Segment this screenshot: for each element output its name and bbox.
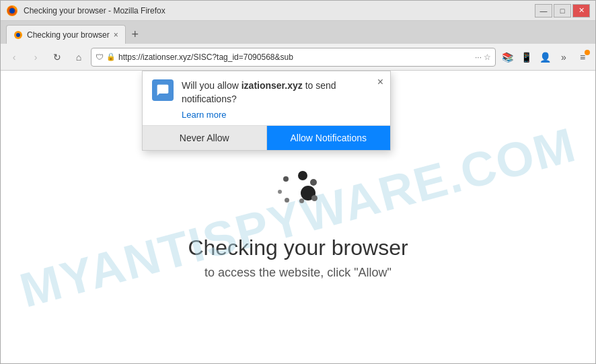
forward-button[interactable]: › [26, 48, 45, 67]
minimize-button[interactable]: — [535, 4, 552, 17]
reload-icon: ↻ [53, 52, 61, 63]
lock-icon: 🔒 [106, 52, 116, 61]
popup-question-prefix: Will you allow [182, 80, 241, 91]
page-subtext: to access the website, click "Allow" [204, 266, 392, 280]
title-bar-text: Checking your browser - Mozilla Firefox [24, 6, 165, 15]
svg-point-3 [16, 33, 20, 37]
nav-bar: ‹ › ↻ ⌂ 🛡 🔒 https://izationser.xyz/SISC?… [1, 44, 595, 71]
tab-close-button[interactable]: × [114, 30, 118, 40]
browser-content: Will you allow izationser.xyz to send no… [1, 71, 595, 363]
tab-favicon-icon [13, 30, 23, 40]
back-icon: ‹ [13, 52, 16, 63]
address-bar[interactable]: 🛡 🔒 https://izationser.xyz/SISC?tag_id=7… [91, 48, 496, 67]
url-text: https://izationser.xyz/SISC?tag_id=70905… [118, 52, 472, 62]
popup-text-area: Will you allow izationser.xyz to send no… [182, 79, 381, 120]
library-button[interactable]: 📚 [498, 48, 516, 66]
synced-tabs-button[interactable]: 📱 [517, 48, 535, 66]
new-tab-button[interactable]: + [126, 25, 145, 44]
spinner-dot-2 [298, 171, 307, 180]
spinner-dot-6 [285, 198, 289, 203]
popup-header: Will you allow izationser.xyz to send no… [143, 71, 390, 125]
popup-close-button[interactable]: × [377, 77, 383, 87]
spinner-dot-7 [299, 198, 304, 203]
more-options-icon[interactable]: ··· [475, 52, 482, 62]
library-icon: 📚 [502, 52, 513, 63]
chat-icon [152, 79, 174, 101]
firefox-icon [6, 5, 18, 17]
popup-actions: Never Allow Allow Notifications [143, 125, 390, 150]
active-tab[interactable]: Checking your browser × [6, 25, 126, 44]
reload-button[interactable]: ↻ [48, 48, 67, 67]
tab-bar: Checking your browser × + [1, 21, 595, 44]
learn-more-link[interactable]: Learn more [182, 110, 381, 120]
spinner-dot-1 [283, 176, 289, 182]
close-button[interactable]: ✕ [572, 4, 590, 17]
popup-site-name: izationser.xyz [241, 80, 303, 91]
toolbar-right: 📚 📱 👤 » ≡ [498, 48, 591, 66]
spinner-dot-4 [278, 190, 282, 194]
account-icon: 👤 [539, 52, 551, 63]
maximize-button[interactable]: □ [554, 4, 571, 17]
extensions-icon: » [561, 52, 566, 63]
home-icon: ⌂ [76, 52, 81, 63]
spinner-dot-3 [310, 179, 317, 186]
page-heading: Checking your browser [188, 235, 408, 260]
title-bar-left: Checking your browser - Mozilla Firefox [6, 5, 165, 17]
notification-badge [585, 50, 590, 55]
allow-notifications-button[interactable]: Allow Notifications [267, 126, 391, 150]
menu-button[interactable]: ≡ [574, 48, 591, 66]
never-allow-button[interactable]: Never Allow [143, 126, 267, 150]
spinner-dot-8 [311, 195, 318, 201]
account-button[interactable]: 👤 [536, 48, 554, 66]
synced-tabs-icon: 📱 [521, 52, 532, 63]
loading-spinner [264, 155, 332, 222]
tab-label: Checking your browser [27, 30, 110, 40]
bookmark-icon[interactable]: ☆ [484, 52, 491, 62]
home-button[interactable]: ⌂ [69, 48, 88, 67]
back-button[interactable]: ‹ [5, 48, 24, 67]
notification-popup: Will you allow izationser.xyz to send no… [142, 71, 391, 151]
browser-window: Checking your browser - Mozilla Firefox … [0, 0, 596, 364]
svg-point-1 [9, 8, 15, 13]
shield-icon: 🛡 [96, 52, 104, 62]
extensions-button[interactable]: » [555, 48, 572, 66]
address-extras: ··· ☆ [475, 52, 491, 62]
popup-question: Will you allow izationser.xyz to send no… [182, 79, 381, 106]
title-bar: Checking your browser - Mozilla Firefox … [1, 1, 595, 21]
title-bar-controls: — □ ✕ [535, 4, 590, 17]
forward-icon: › [34, 52, 38, 63]
